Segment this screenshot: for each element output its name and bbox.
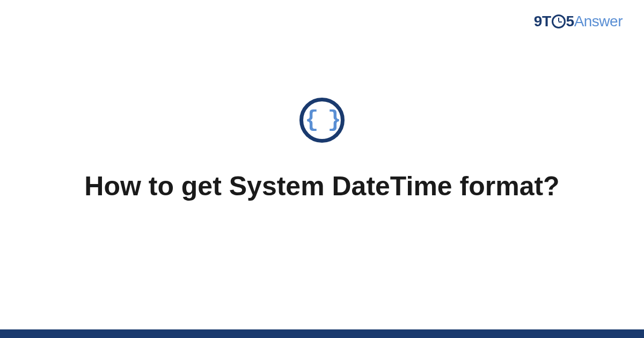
question-title: How to get System DateTime format? <box>84 170 559 203</box>
code-braces-icon: { } <box>305 109 339 131</box>
footer-accent-bar <box>0 329 644 338</box>
category-icon-circle: { } <box>299 98 345 143</box>
main-content: { } How to get System DateTime format? <box>0 0 644 338</box>
